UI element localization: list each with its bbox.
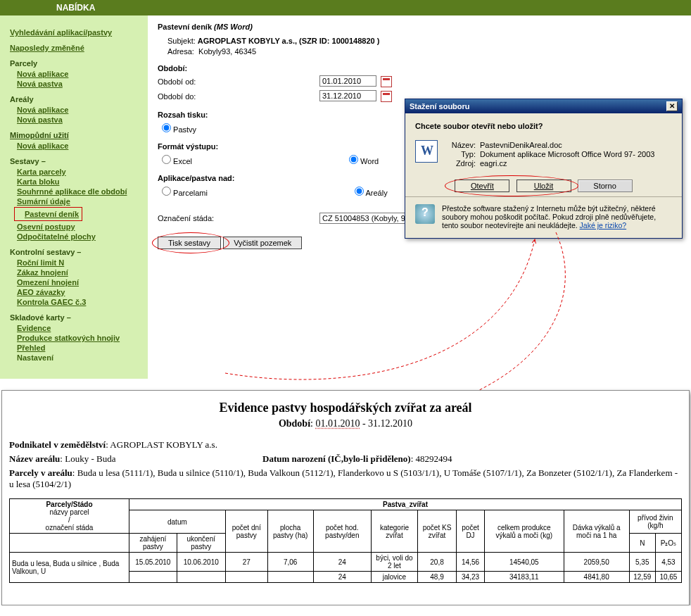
nav-head-sestavy: Sestavy – xyxy=(10,157,142,165)
to-input[interactable] xyxy=(319,90,376,101)
sidebar: Vyhledávání aplikací/pastvy Naposledy zm… xyxy=(0,15,148,379)
doc-heading: Evidence pastvy hospodářských zvířat za … xyxy=(9,401,682,415)
subject-label: Subjekt: xyxy=(167,37,196,45)
doc-line-3: Parcely v areálu: Buda u lesa (5111/1), … xyxy=(9,467,682,490)
report-table: Parcely/Stádo názvy parcel / označení st… xyxy=(9,498,682,583)
address-label: Adresa: xyxy=(167,47,194,56)
topbar-title: NABÍDKA xyxy=(56,3,95,13)
nav-zakaz-hnojeni[interactable]: Zákaz hnojení xyxy=(17,268,142,277)
nav-sumarni-udaje[interactable]: Sumární údaje xyxy=(17,197,142,206)
nav-head-skladove: Skladové karty – xyxy=(10,313,142,322)
table-row: Buda u lesa, Buda u silnice , Buda Valko… xyxy=(10,553,682,572)
nav-recent[interactable]: Naposledy změněné xyxy=(10,44,84,52)
from-label: Období od: xyxy=(158,77,319,86)
doc-period: Období: 01.01.2010 - 31.12.2010 xyxy=(9,418,682,429)
section-period: Období: xyxy=(158,64,681,73)
file-info: Název:PastevniDenikAreal.doc Typ:Dokumen… xyxy=(445,140,654,168)
address-value: Kobyly93, 46345 xyxy=(198,47,256,56)
close-icon[interactable]: ✕ xyxy=(666,101,678,111)
title-suffix: (MS Word) xyxy=(214,23,253,31)
nav-omezeni-hnojeni[interactable]: Omezení hnojení xyxy=(17,278,142,287)
nav-head-arealy: Areály xyxy=(10,95,142,103)
to-label: Období do: xyxy=(158,92,319,101)
nav-odpocitatelne-plochy[interactable]: Odpočitatelné plochy xyxy=(17,232,142,241)
radio-pastvy[interactable]: Pastvy xyxy=(162,125,196,134)
nav-karta-parcely[interactable]: Karta parcely xyxy=(17,168,142,176)
doc-line-1: Podnikatel v zemědělství: AGROPLAST KOBY… xyxy=(9,439,682,451)
dialog-question: Chcete soubor otevřít nebo uložit? xyxy=(415,122,672,130)
from-input[interactable] xyxy=(319,75,376,87)
risk-link[interactable]: Jaké je riziko? xyxy=(580,221,627,230)
dialog-title: Stažení souboru xyxy=(410,102,470,111)
cancel-button[interactable]: Storno xyxy=(578,180,633,192)
doc-line-2: Název areálu: Louky - Buda Datum narozen… xyxy=(9,453,682,465)
address-line: Adresa: Kobyly93, 46345 xyxy=(167,47,681,56)
open-button[interactable]: Otevřít xyxy=(455,180,509,192)
nav-pastevni-denik[interactable]: Pastevní deník xyxy=(25,210,79,218)
print-button[interactable]: Tisk sestavy xyxy=(158,237,221,249)
nav-mimopudni-nova-aplikace[interactable]: Nová aplikace xyxy=(17,142,142,150)
radio-arealy[interactable]: Areály xyxy=(355,189,388,197)
page-title: Pastevní deník (MS Word) xyxy=(158,23,681,31)
nav-prehled[interactable]: Přehled xyxy=(17,344,142,352)
nav-search[interactable]: Vyhledávání aplikací/pastvy xyxy=(10,28,112,37)
download-dialog: Stažení souboru ✕ Chcete soubor otevřít … xyxy=(405,99,683,239)
file-name: PastevniDenikAreal.doc xyxy=(480,141,562,149)
nav-kontrola-gaec[interactable]: Kontrola GAEC č.3 xyxy=(17,298,142,306)
stado-label: Označení stáda: xyxy=(158,214,319,222)
nav-arealy-nova-aplikace[interactable]: Nová aplikace xyxy=(17,106,142,114)
nav-aeo-zavazky[interactable]: AEO závazky xyxy=(17,288,142,296)
subject-value: AGROPLAST KOBYLY a.s., (SZR ID: 10001488… xyxy=(198,37,380,45)
nav-head-kontrolni: Kontrolní sestavy – xyxy=(10,248,142,256)
shield-icon xyxy=(415,204,435,224)
file-type: Dokument aplikace Microsoft Office Word … xyxy=(480,150,654,158)
subject-line: Subjekt: AGROPLAST KOBYLY a.s., (SZR ID:… xyxy=(167,37,681,45)
nav-parcely-nova-pastva[interactable]: Nová pastva xyxy=(17,80,142,88)
calendar-icon[interactable] xyxy=(381,91,392,102)
nav-head-mimopudni[interactable]: Mimopůdní užití xyxy=(10,131,142,139)
nav-rocni-limit-n[interactable]: Roční limit N xyxy=(17,258,142,267)
document-preview: Evidence pastvy hospodářských zvířat za … xyxy=(1,390,690,605)
nav-head-parcely: Parcely xyxy=(10,59,142,68)
nav-souhrnne-aplikace[interactable]: Souhrnné aplikace dle období xyxy=(17,187,142,196)
radio-parcelami[interactable]: Parcelami xyxy=(162,189,208,197)
nav-arealy-nova-pastva[interactable]: Nová pastva xyxy=(17,115,142,124)
nav-parcely-nova-aplikace[interactable]: Nová aplikace xyxy=(17,70,142,78)
calendar-icon[interactable] xyxy=(381,76,392,87)
save-button[interactable]: Uložit xyxy=(516,180,571,192)
file-source: eagri.cz xyxy=(480,159,507,168)
topbar: NABÍDKA xyxy=(0,0,691,15)
title-text: Pastevní deník xyxy=(158,23,214,31)
radio-excel[interactable]: Excel xyxy=(162,157,192,165)
radio-word[interactable]: Word xyxy=(349,157,379,165)
nav-karta-bloku[interactable]: Karta bloku xyxy=(17,177,142,186)
nav-evidence[interactable]: Evidence xyxy=(17,324,142,332)
warning-text: Přestože software stažený z Internetu mů… xyxy=(442,204,672,230)
nav-produkce-hnojiv[interactable]: Produkce statkových hnojiv xyxy=(17,334,142,342)
clear-button[interactable]: Vyčistit pozemek xyxy=(223,237,302,249)
word-icon xyxy=(415,140,438,163)
nav-nastaveni[interactable]: Nastavení xyxy=(17,353,142,362)
nav-osevni-postupy[interactable]: Osevní postupy xyxy=(17,222,142,231)
